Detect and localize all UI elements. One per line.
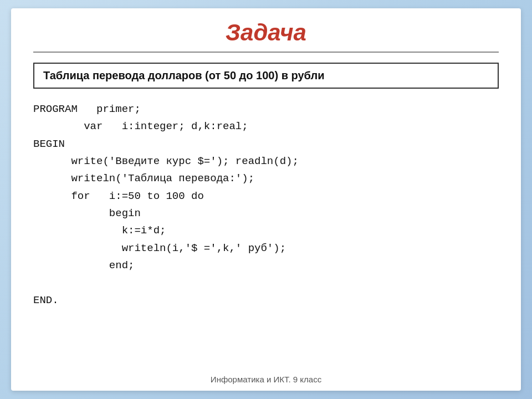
code-line-12: END. [33, 292, 499, 309]
code-block: PROGRAM primer; var i:integer; d,k:real;… [33, 101, 499, 380]
task-box: Таблица перевода долларов (от 50 до 100)… [33, 63, 499, 89]
code-line-7: begin [33, 205, 499, 222]
slide-title: Задача [226, 19, 306, 45]
task-description: Таблица перевода долларов (от 50 до 100)… [43, 69, 324, 81]
code-line-10: end; [33, 257, 499, 274]
title-area: Задача [33, 8, 499, 53]
slide: Задача Таблица перевода долларов (от 50 … [11, 8, 521, 391]
footer: Информатика и ИКТ. 9 класс [11, 375, 521, 384]
code-line-2: var i:integer; d,k:real; [33, 118, 499, 135]
code-line-9: writeln(i,'$ =',k,' руб'); [33, 240, 499, 257]
code-line-5: writeln('Таблица перевода:'); [33, 170, 499, 187]
code-line-6: for i:=50 to 100 do [33, 188, 499, 205]
code-line-4: write('Введите курс $='); readln(d); [33, 153, 499, 170]
code-line-3: BEGIN [33, 136, 499, 153]
code-line-1: PROGRAM primer; [33, 101, 499, 118]
code-line-11 [33, 274, 499, 291]
code-line-8: k:=i*d; [33, 222, 499, 239]
